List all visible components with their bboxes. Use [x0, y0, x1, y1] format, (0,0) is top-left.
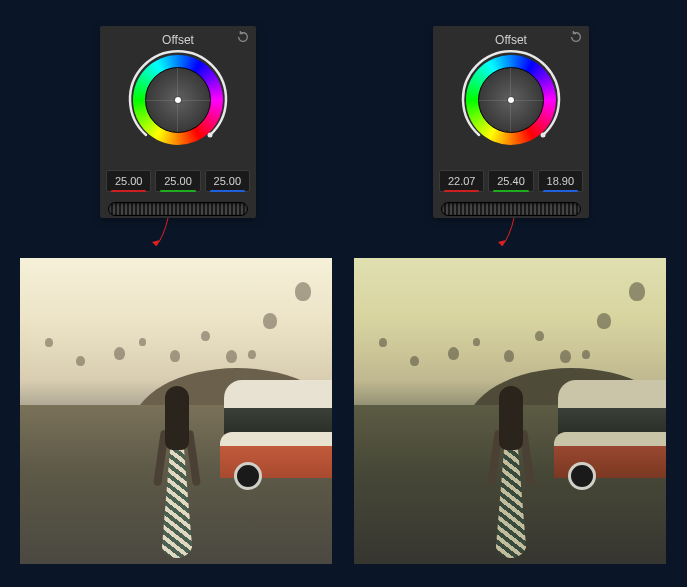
panel-header: Offset — [433, 26, 589, 48]
preview-after — [354, 258, 666, 564]
blue-value: 25.00 — [214, 175, 242, 187]
green-value-input[interactable]: 25.40 — [488, 170, 533, 192]
wheel-indicator[interactable] — [175, 97, 181, 103]
red-value: 22.07 — [448, 175, 476, 187]
color-wheel[interactable] — [123, 52, 233, 162]
arrow-icon — [138, 218, 178, 250]
reset-icon[interactable] — [236, 30, 250, 44]
green-value-input[interactable]: 25.00 — [155, 170, 200, 192]
panel-title: Offset — [495, 33, 527, 47]
reset-icon[interactable] — [569, 30, 583, 44]
wheel-indicator[interactable] — [508, 97, 514, 103]
rgb-value-row: 25.00 25.00 25.00 — [100, 170, 256, 192]
offset-panel-right: Offset 22.07 25.40 — [433, 26, 589, 218]
offset-panel-left: Offset 25.00 25.00 — [100, 26, 256, 218]
red-value-input[interactable]: 22.07 — [439, 170, 484, 192]
color-wheel-area — [433, 48, 589, 170]
panel-header: Offset — [100, 26, 256, 48]
blue-value-input[interactable]: 25.00 — [205, 170, 250, 192]
panel-title: Offset — [162, 33, 194, 47]
preview-before — [20, 258, 332, 564]
color-wheel-area — [100, 48, 256, 170]
master-jog-wheel[interactable] — [108, 202, 248, 216]
arrow-icon — [484, 218, 524, 250]
master-jog-wheel[interactable] — [441, 202, 581, 216]
red-value-input[interactable]: 25.00 — [106, 170, 151, 192]
rgb-value-row: 22.07 25.40 18.90 — [433, 170, 589, 192]
svg-marker-3 — [498, 240, 506, 246]
blue-value: 18.90 — [547, 175, 575, 187]
color-wheel[interactable] — [456, 52, 566, 162]
blue-value-input[interactable]: 18.90 — [538, 170, 583, 192]
red-value: 25.00 — [115, 175, 143, 187]
green-value: 25.00 — [164, 175, 192, 187]
green-value: 25.40 — [497, 175, 525, 187]
svg-marker-2 — [152, 240, 160, 246]
